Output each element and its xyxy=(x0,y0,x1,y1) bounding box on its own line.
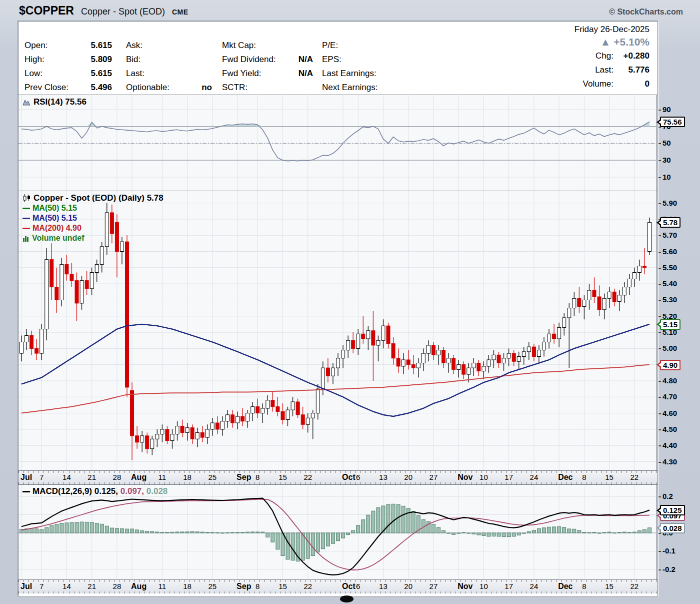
x-axis-label: 17 xyxy=(504,473,513,481)
price-panel[interactable]: Copper - Spot (EOD) (Daily) 5.78 MA(50) … xyxy=(18,191,658,471)
x-axis-label: Jul xyxy=(20,473,32,482)
y-axis-tick-label: 5.70 xyxy=(658,231,677,240)
ma200-swatch xyxy=(22,228,30,229)
rsi-plot[interactable] xyxy=(18,95,656,191)
quote-value: 5.496 xyxy=(90,83,112,93)
title-bar: $COPPER Copper - Spot (EOD) CME © StockC… xyxy=(19,4,683,18)
y-axis-tick-label: 4.60 xyxy=(658,409,677,418)
x-axis-label: 20 xyxy=(404,473,412,481)
x-axis-label: Oct xyxy=(342,582,356,591)
volume-bars-icon xyxy=(22,235,30,242)
x-axis-label: 24 xyxy=(530,473,538,481)
quote-value: N/A xyxy=(298,69,313,79)
y-axis-tick-label: 4.80 xyxy=(658,376,677,385)
quote-value: 5.615 xyxy=(90,41,112,51)
x-axis-label: 11 xyxy=(158,473,166,481)
y-axis-tick-label: 4.40 xyxy=(658,441,677,450)
chg-line: Chg:+0.280 xyxy=(574,49,650,63)
price-legend: Copper - Spot (EOD) (Daily) 5.78 MA(50) … xyxy=(22,193,164,243)
y-axis-tick-label: 10 xyxy=(658,173,671,182)
ma50-blue-label: MA(50) 5.15 xyxy=(32,214,77,223)
x-axis-label: 20 xyxy=(404,582,412,590)
x-axis-label: Jul xyxy=(20,582,32,591)
macd-line-swatch xyxy=(22,491,30,492)
quote-label: Open: xyxy=(24,41,48,51)
y-axis-tick-label: -0.2 xyxy=(658,565,676,574)
y-axis-tick-label: 5.30 xyxy=(658,295,677,304)
x-axis-label: 8 xyxy=(256,473,260,481)
x-axis-label: 14 xyxy=(62,582,71,590)
last-price-callout: 5.78 xyxy=(660,217,680,228)
quote-col-ohlc: Open:5.615 High:5.809 Low:5.615 Prev Clo… xyxy=(24,39,112,95)
x-axis-label: 13 xyxy=(379,473,388,481)
quote-label: Ask: xyxy=(126,41,142,51)
x-axis-bottom: Jul7142128Aug111825Sep81522Oct6132027Nov… xyxy=(18,580,658,593)
x-axis-label: Dec xyxy=(558,473,572,482)
x-axis-label: 14 xyxy=(62,473,71,481)
rsi-value-callout: 75.56 xyxy=(660,117,685,127)
session-date: Friday 26-Dec-2025 xyxy=(574,25,650,35)
quote-label: Next Earnings: xyxy=(322,83,378,93)
y-axis-tick-label: 5.40 xyxy=(658,279,677,288)
ma50-green-swatch xyxy=(22,208,30,209)
macd-line-callout: 0.125 xyxy=(660,505,685,515)
y-axis-tick-label: 30 xyxy=(658,156,671,165)
y-axis-tick-label: 5.90 xyxy=(658,199,677,208)
x-axis-label: 18 xyxy=(183,473,192,481)
x-axis-label: 24 xyxy=(530,582,538,590)
quote-value: 5.809 xyxy=(90,55,112,65)
instrument-name: Copper - Spot (EOD) xyxy=(81,7,165,17)
macd-panel[interactable]: MACD(12,26,9) 0.125, 0.097, 0.028 xyxy=(18,485,658,580)
quote-label: EPS: xyxy=(322,55,342,65)
quote-label: Fwd Yield: xyxy=(222,69,261,79)
rsi-area-icon xyxy=(22,99,31,106)
x-axis-label: 15 xyxy=(278,582,287,590)
date-change-block: Friday 26-Dec-2025 ▲ +5.10% Chg:+0.280 L… xyxy=(574,25,650,91)
macd-legend: MACD(12,26,9) 0.125, 0.097, 0.028 xyxy=(22,486,168,496)
quote-value: N/A xyxy=(298,55,313,65)
quote-col-earnings: P/E: EPS: Last Earnings: Next Earnings: xyxy=(322,39,427,95)
macd-legend-signal: 0.097, xyxy=(118,486,144,496)
x-axis-label: 10 xyxy=(480,582,488,590)
quote-label: Optionable: xyxy=(126,83,170,93)
x-axis-label: 25 xyxy=(208,582,216,590)
y-axis-tick-label: 5.60 xyxy=(658,247,677,256)
x-axis-label: Dec xyxy=(558,582,572,591)
quote-label: Prev Close: xyxy=(24,83,68,93)
candlestick-icon xyxy=(22,194,31,202)
quote-label: SCTR: xyxy=(222,83,248,93)
x-axis-label: 27 xyxy=(430,473,438,481)
volume-line: Volume:0 xyxy=(574,77,650,91)
x-axis-label: 18 xyxy=(183,582,192,590)
quote-label: Fwd Dividend: xyxy=(222,55,276,65)
quote-panel: Open:5.615 High:5.809 Low:5.615 Prev Clo… xyxy=(18,22,658,95)
rsi-legend-label: RSI(14) 75.56 xyxy=(34,97,86,107)
x-axis-label: Nov xyxy=(458,473,472,482)
price-legend-title: Copper - Spot (EOD) (Daily) 5.78 xyxy=(34,193,164,203)
stockcharts-copyright-link[interactable]: © StockCharts.com xyxy=(609,8,683,17)
macd-plot[interactable] xyxy=(18,485,656,579)
x-axis-label: 15 xyxy=(605,582,614,590)
x-axis-label: 13 xyxy=(379,582,388,590)
y-axis-tick-label: 4.70 xyxy=(658,392,677,401)
quote-label: Last Earnings: xyxy=(322,69,376,79)
y-axis-tick-label: 5.00 xyxy=(658,344,677,353)
up-triangle-icon: ▲ xyxy=(600,36,611,48)
y-axis-tick-label: 50 xyxy=(658,139,671,148)
quote-label: Low: xyxy=(24,69,42,79)
screenshot-artifact-dot xyxy=(340,595,354,602)
x-axis-label: 28 xyxy=(113,582,122,590)
macd-hist-callout: 0.028 xyxy=(660,523,685,533)
macd-legend-main: MACD(12,26,9) 0.125, xyxy=(32,486,118,496)
y-axis-tick-label: 4.50 xyxy=(658,425,677,434)
exchange: CME xyxy=(172,8,188,16)
x-axis-label: 8 xyxy=(582,473,586,481)
rsi-legend: RSI(14) 75.56 xyxy=(22,97,86,107)
x-axis-label: 8 xyxy=(582,582,586,590)
x-axis-label: 15 xyxy=(605,473,614,481)
rsi-panel[interactable]: RSI(14) 75.56 xyxy=(18,95,658,191)
x-axis-label: Aug xyxy=(131,582,146,591)
ma50-green-label: MA(50) 5.15 xyxy=(32,204,77,213)
quote-value: no xyxy=(202,83,212,93)
quote-label: High: xyxy=(24,55,44,65)
